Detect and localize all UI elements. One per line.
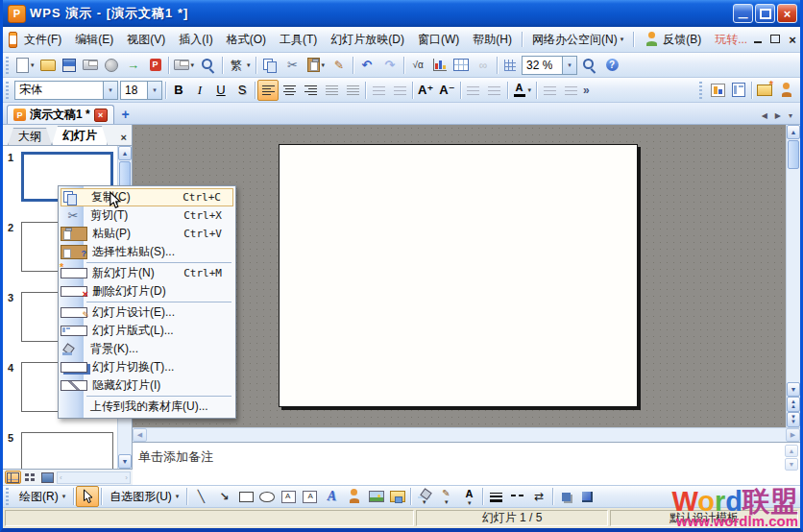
dash-style-button[interactable] xyxy=(506,486,527,507)
text-button[interactable]: A⁻ xyxy=(436,80,457,101)
search-person-button[interactable] xyxy=(775,80,798,101)
oval-button[interactable] xyxy=(256,486,278,507)
arrow-button[interactable]: ↘ xyxy=(212,486,235,507)
slide-thumbnail[interactable]: 5 xyxy=(3,429,117,469)
mdi-minimize-button[interactable] xyxy=(754,33,762,46)
font-color-button[interactable]: ▾ xyxy=(510,80,535,101)
align-center-button[interactable] xyxy=(279,80,300,101)
layout-pane-button[interactable] xyxy=(728,80,749,101)
rect-button[interactable] xyxy=(235,486,256,507)
combobox-dropdown-button[interactable]: ▾ xyxy=(103,82,117,99)
panel-horizontal-scrollbar[interactable]: ‹ › xyxy=(57,472,131,484)
clipart-button[interactable] xyxy=(343,486,366,507)
tab-scroll-right-button[interactable]: ▶ xyxy=(775,111,781,120)
scroll-up-button[interactable]: ▲ xyxy=(787,125,800,139)
combobox-dropdown-button[interactable]: ▾ xyxy=(147,82,161,99)
tab-scroll-left-button[interactable]: ◀ xyxy=(762,111,767,120)
three-d-button[interactable] xyxy=(576,486,597,507)
menu-item[interactable]: 网络办公空间(N)▾ xyxy=(525,29,630,51)
toolbar-grip[interactable] xyxy=(6,82,11,99)
main-vertical-scrollbar[interactable]: ▲ ▼ ▲▲ ▼▼ xyxy=(786,125,800,427)
print-button[interactable]: ▾ xyxy=(171,55,198,76)
slide-thumbnail-box[interactable] xyxy=(21,432,113,469)
menu-item[interactable]: 玩转... xyxy=(708,29,754,51)
line-color-button[interactable]: ▾ xyxy=(434,486,457,507)
dropdown-arrow-icon[interactable]: ▾ xyxy=(468,499,472,507)
new-button[interactable]: ▾ xyxy=(13,55,37,76)
align-left-button[interactable] xyxy=(257,80,279,101)
font-name-combobox[interactable]: 宋体▾ xyxy=(14,81,118,100)
context-menu-item[interactable]: 删除幻灯片(D) xyxy=(61,282,233,301)
fill-color-button[interactable]: ▾ xyxy=(413,486,434,507)
slide-editing-surface[interactable] xyxy=(279,144,638,407)
line-style-button[interactable] xyxy=(485,486,506,507)
menu-item[interactable]: 工具(T) xyxy=(273,29,324,51)
panel-close-button[interactable]: × xyxy=(121,132,132,145)
menu-item[interactable]: 窗口(W) xyxy=(411,29,466,51)
context-menu-item[interactable]: 选择性粘贴(S)... xyxy=(61,243,233,261)
close-button[interactable]: × xyxy=(777,4,797,23)
menu-item[interactable]: 幻灯片放映(D) xyxy=(324,29,411,51)
tab-outline[interactable]: 大纲 xyxy=(8,128,52,145)
previous-slide-button[interactable]: ▲▲ xyxy=(787,397,800,412)
font-color2-button[interactable]: ▾ xyxy=(457,486,480,507)
text-button[interactable]: U xyxy=(210,80,231,101)
format-painter-button[interactable]: ✎ xyxy=(328,55,351,76)
scrollbar-thumb[interactable] xyxy=(788,140,799,169)
select-arrow-button[interactable] xyxy=(76,486,99,507)
paste-button[interactable]: ▾ xyxy=(304,55,328,76)
album-button[interactable] xyxy=(387,486,408,507)
textbox-button[interactable] xyxy=(278,486,299,507)
text-button[interactable]: A⁺ xyxy=(415,80,436,101)
wordart-button[interactable] xyxy=(320,486,343,507)
document-tab[interactable]: P 演示文稿1 * × xyxy=(7,105,114,124)
fanti-button[interactable]: 繁▾ xyxy=(225,55,254,76)
shadow-button[interactable] xyxy=(555,486,576,507)
grid-button[interactable] xyxy=(499,55,521,76)
scroll-right-button[interactable]: ▶ xyxy=(786,428,800,442)
notes-scroll-down-button[interactable]: ▼ xyxy=(785,458,798,471)
scroll-up-button[interactable]: ▲ xyxy=(118,146,132,160)
context-menu-item[interactable]: 复制(C)Ctrl+C xyxy=(61,188,233,206)
menu-item[interactable]: 文件(F) xyxy=(17,29,68,51)
text-button[interactable]: S xyxy=(231,80,253,101)
text-button[interactable]: I xyxy=(189,80,210,101)
export-doc-button[interactable]: → xyxy=(122,55,145,76)
slide-sorter-view-button[interactable] xyxy=(22,471,38,484)
align-right-button[interactable] xyxy=(300,80,321,101)
notes-pane[interactable]: 单击添加备注 ▲ ▼ xyxy=(133,442,800,485)
context-menu-item[interactable]: 粘贴(P)Ctrl+V xyxy=(61,225,233,243)
next-slide-button[interactable]: ▼▼ xyxy=(787,412,800,427)
open-button[interactable] xyxy=(37,55,59,76)
context-menu-item[interactable]: 新幻灯片(N)Ctrl+M xyxy=(61,264,233,282)
scroll-down-button[interactable]: ▼ xyxy=(787,382,800,397)
pdf-button[interactable] xyxy=(145,55,166,76)
dropdown-arrow-icon[interactable]: ▾ xyxy=(445,498,449,506)
preview-button[interactable] xyxy=(197,55,220,76)
context-menu-item[interactable]: ✂剪切(T)Ctrl+X xyxy=(61,206,233,225)
material-new-button[interactable] xyxy=(754,80,775,101)
help-button[interactable] xyxy=(601,55,622,76)
maximize-button[interactable] xyxy=(755,4,775,23)
design-template-name[interactable]: 默认设计模板 xyxy=(610,510,798,526)
text-button[interactable]: B xyxy=(168,80,189,101)
minimize-button[interactable]: — xyxy=(733,4,753,23)
menu-item[interactable]: 插入(I) xyxy=(172,29,219,51)
tab-close-button[interactable]: × xyxy=(94,109,108,122)
cut-button[interactable]: ✂ xyxy=(281,55,304,76)
table-button[interactable] xyxy=(450,55,472,76)
menu-item[interactable]: 反馈(B) xyxy=(637,28,708,51)
context-menu-item[interactable]: 背景(K)... xyxy=(61,340,233,358)
menu-item[interactable]: 格式(O) xyxy=(220,29,273,51)
send-gears-button[interactable] xyxy=(101,55,122,76)
undo-button[interactable]: ↶ xyxy=(355,55,378,76)
dropdown-arrow-icon[interactable]: ▾ xyxy=(322,61,326,69)
mdi-restore-button[interactable] xyxy=(770,33,780,46)
font-size-combobox[interactable]: 18▾ xyxy=(120,81,162,100)
picture-button[interactable] xyxy=(366,486,387,507)
horizontal-scrollbar[interactable]: ◀ ▶ xyxy=(133,427,800,442)
notes-placeholder[interactable]: 单击添加备注 xyxy=(138,449,213,464)
notes-scrollbar[interactable]: ▲ ▼ xyxy=(785,445,798,471)
context-menu-item[interactable]: 幻灯片版式(L)... xyxy=(61,322,233,340)
vtextbox-button[interactable] xyxy=(299,486,320,507)
